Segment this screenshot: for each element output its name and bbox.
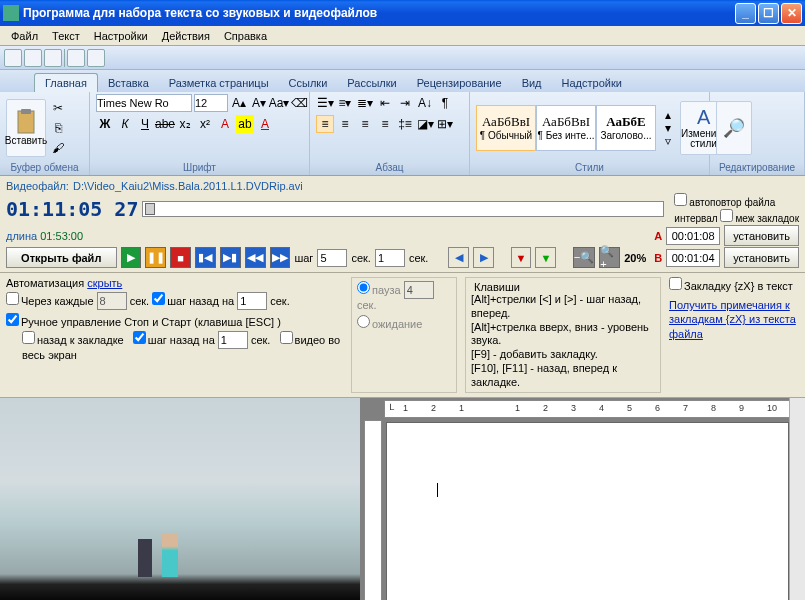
- autorepeat-check[interactable]: автоповтор файла: [674, 193, 799, 208]
- ruler-vertical[interactable]: [364, 420, 382, 600]
- between-bm-check[interactable]: меж закладок: [720, 213, 799, 224]
- styles-down-button[interactable]: ▾: [659, 122, 677, 134]
- pause-input[interactable]: [404, 281, 434, 299]
- set-b-button[interactable]: установить: [724, 247, 799, 268]
- bm-in-text-check[interactable]: Закладку {zX} в текст: [669, 280, 793, 292]
- menu-settings[interactable]: Настройки: [87, 28, 155, 44]
- subscript-button[interactable]: x₂: [176, 115, 194, 133]
- stop-button[interactable]: ■: [170, 247, 191, 268]
- line-spacing-button[interactable]: ‡≡: [396, 115, 414, 133]
- mark-b-button[interactable]: ▼: [535, 247, 556, 268]
- font-color-button[interactable]: A: [216, 115, 234, 133]
- seek-thumb[interactable]: [145, 203, 155, 215]
- maximize-button[interactable]: ☐: [758, 3, 779, 24]
- tab-review[interactable]: Рецензирование: [407, 74, 512, 92]
- strike-button[interactable]: abe: [156, 115, 174, 133]
- video-frame[interactable]: [0, 398, 360, 600]
- find-button[interactable]: 🔎: [716, 101, 752, 155]
- stepback2-input[interactable]: [218, 331, 248, 349]
- indent-right-button[interactable]: ⇥: [396, 94, 414, 112]
- copy-button[interactable]: ⎘: [49, 119, 67, 137]
- close-button[interactable]: ✕: [781, 3, 802, 24]
- pause-button[interactable]: ❚❚: [145, 247, 166, 268]
- step2-input[interactable]: [375, 249, 405, 267]
- stepback-input[interactable]: [237, 292, 267, 310]
- paste-button[interactable]: Вставить: [6, 99, 46, 157]
- zoom-out-button[interactable]: −🔍: [573, 247, 595, 268]
- tab-layout[interactable]: Разметка страницы: [159, 74, 279, 92]
- set-a-button[interactable]: установить: [724, 225, 799, 246]
- shading-button[interactable]: ◪▾: [416, 115, 434, 133]
- style-normal[interactable]: АаБбВвІ ¶ Обычный: [476, 105, 536, 151]
- rewind-button[interactable]: ◀◀: [245, 247, 266, 268]
- style-heading1[interactable]: АаБбЕ Заголово...: [596, 105, 656, 151]
- multilevel-button[interactable]: ≣▾: [356, 94, 374, 112]
- get-notes-link[interactable]: Получить примечания к закладкам {zX} из …: [669, 298, 799, 341]
- menu-text[interactable]: Текст: [45, 28, 87, 44]
- cut-button[interactable]: ✂: [49, 99, 67, 117]
- menu-actions[interactable]: Действия: [155, 28, 217, 44]
- numbering-button[interactable]: ≡▾: [336, 94, 354, 112]
- document-page[interactable]: [386, 422, 789, 600]
- zoom-in-button[interactable]: 🔍+: [599, 247, 620, 268]
- ruler-corner-icon[interactable]: └: [387, 404, 394, 415]
- vol-up-button[interactable]: ▶: [473, 247, 494, 268]
- a-time-input[interactable]: [666, 227, 720, 245]
- style-nospacing[interactable]: АаБбВвІ ¶ Без инте...: [536, 105, 596, 151]
- tab-links[interactable]: Ссылки: [279, 74, 338, 92]
- clear-format-button[interactable]: ⌫: [290, 94, 308, 112]
- show-marks-button[interactable]: ¶: [436, 94, 454, 112]
- ruler-horizontal[interactable]: └ 1211234567891011: [384, 400, 791, 418]
- bullets-button[interactable]: ☰▾: [316, 94, 334, 112]
- b-time-input[interactable]: [666, 249, 720, 267]
- align-left-button[interactable]: ≡: [316, 115, 334, 133]
- every-input[interactable]: [97, 292, 127, 310]
- play-button[interactable]: ▶: [121, 247, 142, 268]
- mark-a-button[interactable]: ▼: [511, 247, 532, 268]
- every-check[interactable]: Через каждые: [6, 295, 94, 307]
- qat-undo-button[interactable]: [24, 49, 42, 67]
- underline-button[interactable]: Ч: [136, 115, 154, 133]
- back-bm-check[interactable]: назад к закладке: [22, 334, 124, 346]
- change-case-button[interactable]: Aa▾: [270, 94, 288, 112]
- shrink-font-button[interactable]: A▾: [250, 94, 268, 112]
- open-file-button[interactable]: Открыть файл: [6, 247, 117, 268]
- stepback2-check[interactable]: шаг назад на: [133, 334, 215, 346]
- styles-up-button[interactable]: ▴: [659, 109, 677, 121]
- tab-addins[interactable]: Надстройки: [552, 74, 632, 92]
- tab-mail[interactable]: Рассылки: [337, 74, 406, 92]
- next-bm-button[interactable]: ▶▮: [220, 247, 241, 268]
- hide-link[interactable]: скрыть: [87, 277, 122, 289]
- stepback-check[interactable]: шаг назад на: [152, 295, 234, 307]
- tab-insert[interactable]: Вставка: [98, 74, 159, 92]
- sort-button[interactable]: A↓: [416, 94, 434, 112]
- pause-radio[interactable]: пауза: [357, 284, 401, 296]
- scrollbar-vertical[interactable]: [789, 398, 805, 600]
- manual-check[interactable]: Ручное управление Стоп и Старт (клавиша …: [6, 316, 281, 328]
- styles-more-button[interactable]: ▿: [659, 135, 677, 147]
- menu-file[interactable]: Файл: [4, 28, 45, 44]
- bold-button[interactable]: Ж: [96, 115, 114, 133]
- borders-button[interactable]: ⊞▾: [436, 115, 454, 133]
- font-name-select[interactable]: [96, 94, 192, 112]
- forward-button[interactable]: ▶▶: [270, 247, 291, 268]
- qat-redo-button[interactable]: [44, 49, 62, 67]
- minimize-button[interactable]: _: [735, 3, 756, 24]
- wait-radio[interactable]: ожидание: [357, 318, 422, 330]
- indent-left-button[interactable]: ⇤: [376, 94, 394, 112]
- align-right-button[interactable]: ≡: [356, 115, 374, 133]
- font-color2-button[interactable]: A: [256, 115, 274, 133]
- qat-btn5[interactable]: [87, 49, 105, 67]
- align-center-button[interactable]: ≡: [336, 115, 354, 133]
- grow-font-button[interactable]: A▴: [230, 94, 248, 112]
- italic-button[interactable]: К: [116, 115, 134, 133]
- superscript-button[interactable]: x²: [196, 115, 214, 133]
- tab-view[interactable]: Вид: [512, 74, 552, 92]
- align-justify-button[interactable]: ≡: [376, 115, 394, 133]
- tab-home[interactable]: Главная: [34, 73, 98, 92]
- prev-bm-button[interactable]: ▮◀: [195, 247, 216, 268]
- qat-btn4[interactable]: [67, 49, 85, 67]
- qat-save-button[interactable]: [4, 49, 22, 67]
- vol-down-button[interactable]: ◀: [448, 247, 469, 268]
- format-painter-button[interactable]: 🖌: [49, 139, 67, 157]
